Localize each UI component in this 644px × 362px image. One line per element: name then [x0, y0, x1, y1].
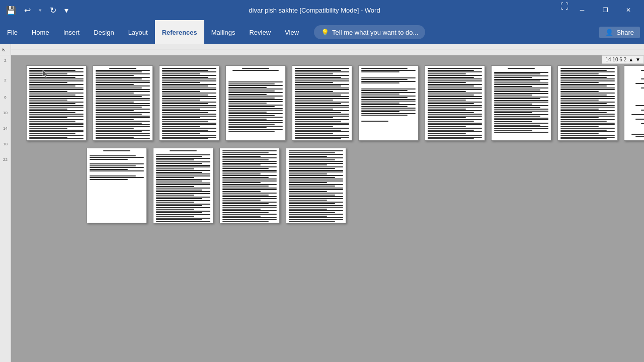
- tab-layout[interactable]: Layout: [121, 20, 155, 44]
- ruler-num-2b: 2: [4, 78, 6, 82]
- page-thumb-11[interactable]: [87, 148, 147, 223]
- ribbon: File Home Insert Design Layout Reference…: [0, 20, 644, 44]
- undo-icon[interactable]: ↩: [22, 4, 33, 17]
- share-person-icon: 👤: [605, 29, 613, 36]
- zoom-icon-up[interactable]: ▲: [628, 57, 633, 62]
- minimize-button[interactable]: ─: [571, 0, 594, 20]
- save-icon[interactable]: 💾: [4, 4, 18, 17]
- horizontal-ruler: [11, 44, 644, 55]
- share-label: Share: [616, 29, 634, 36]
- redo-icon[interactable]: ↻: [48, 4, 58, 17]
- undo-dropdown[interactable]: ▾: [37, 5, 44, 16]
- share-button[interactable]: 👤 Share: [599, 27, 640, 38]
- document-title: divar pish sakhte [Compatibility Mode] -…: [70, 7, 558, 14]
- zoom-icon-down[interactable]: ▼: [635, 57, 640, 62]
- tab-file[interactable]: File: [0, 20, 25, 44]
- page-thumb-5[interactable]: [292, 65, 352, 141]
- page-thumb-13[interactable]: [219, 148, 280, 223]
- ruler-corner-marker: ⊾: [0, 47, 6, 52]
- tab-references[interactable]: References: [155, 20, 204, 44]
- main-area: 2 2 6 10 14 18 22: [0, 55, 644, 362]
- zoom-control[interactable]: 14 10 6 2 ▲ ▼: [602, 55, 644, 64]
- tab-home[interactable]: Home: [25, 20, 56, 44]
- page-thumb-1[interactable]: [26, 65, 87, 141]
- window-controls: ⛶ ─ ❐ ✕: [558, 0, 640, 20]
- tell-me-input[interactable]: 💡 Tell me what you want to do...: [314, 25, 425, 39]
- page-row-2: [87, 148, 629, 223]
- page-thumb-14[interactable]: [286, 148, 346, 223]
- tab-insert[interactable]: Insert: [56, 20, 87, 44]
- ruler-num-18: 18: [3, 142, 8, 146]
- tell-me-text: Tell me what you want to do...: [332, 29, 418, 36]
- page-thumb-4[interactable]: [225, 65, 286, 141]
- ruler-num-6: 6: [4, 95, 6, 100]
- ruler-corner: ⊾: [0, 44, 11, 55]
- document-canvas: 14 10 6 2 ▲ ▼: [11, 55, 644, 362]
- zoom-level: 14 10 6 2: [605, 57, 626, 62]
- fullscreen-icon[interactable]: ⛶: [558, 0, 571, 20]
- restore-button[interactable]: ❐: [594, 0, 617, 20]
- page-thumb-9[interactable]: [557, 65, 618, 141]
- ruler-num-22: 22: [3, 157, 8, 162]
- page-thumb-8[interactable]: [491, 65, 551, 141]
- tab-mailings[interactable]: Mailings: [204, 20, 243, 44]
- ruler-num-14: 14: [3, 126, 8, 131]
- tab-review[interactable]: Review: [242, 20, 278, 44]
- page-thumb-10[interactable]: [624, 65, 644, 141]
- customize-icon[interactable]: ▾: [62, 4, 70, 17]
- ruler-num-2a: 2: [4, 58, 6, 63]
- page-thumb-2[interactable]: [93, 65, 153, 141]
- title-bar: 💾 ↩ ▾ ↻ ▾ divar pish sakhte [Compatibili…: [0, 0, 644, 20]
- vertical-ruler: 2 2 6 10 14 18 22: [0, 55, 11, 362]
- page-thumb-12[interactable]: [153, 148, 213, 223]
- page-thumb-3[interactable]: [159, 65, 219, 141]
- quick-access-toolbar: 💾 ↩ ▾ ↻ ▾: [4, 4, 70, 17]
- close-button[interactable]: ✕: [617, 0, 640, 20]
- page-row-1: [26, 65, 629, 141]
- tab-view[interactable]: View: [278, 20, 306, 44]
- page-thumb-7[interactable]: [425, 65, 485, 141]
- page-thumb-6[interactable]: [358, 65, 419, 141]
- tab-design[interactable]: Design: [87, 20, 121, 44]
- ruler-num-10: 10: [3, 111, 8, 115]
- ruler-area: ⊾: [0, 44, 644, 55]
- lightbulb-icon: 💡: [321, 29, 329, 36]
